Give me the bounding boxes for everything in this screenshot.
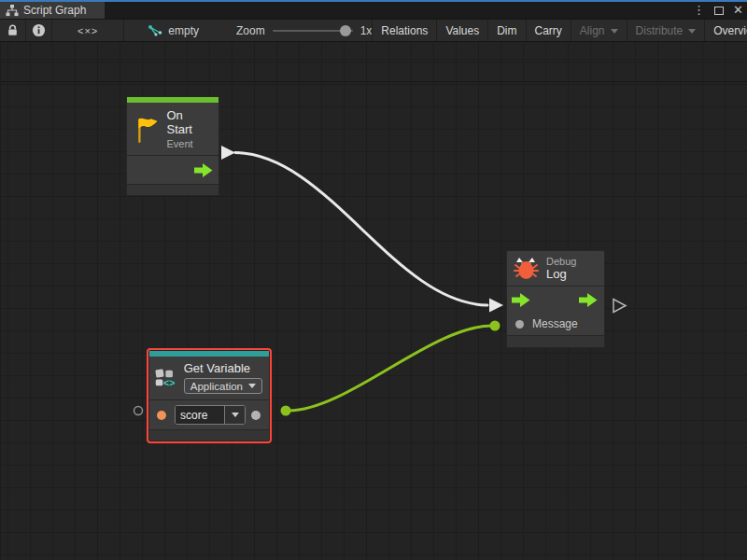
- name-input-port[interactable]: [157, 411, 166, 420]
- exec-output-arrow-icon[interactable]: [194, 163, 213, 177]
- variable-icon: <>: [155, 365, 176, 391]
- toolbar-middle: empty Zoom 1x: [124, 20, 372, 41]
- bug-icon: [514, 257, 539, 281]
- message-port-label: Message: [532, 317, 578, 330]
- node-title: On Start: [166, 108, 211, 136]
- node-title: Log: [546, 267, 576, 281]
- lock-button[interactable]: [0, 20, 26, 41]
- dim-button[interactable]: Dim: [488, 20, 526, 41]
- graph-toolbar: <×> empty Zoom 1x Relations Values Dim C…: [0, 19, 747, 42]
- info-button[interactable]: [26, 20, 52, 41]
- overview-button[interactable]: Overview: [705, 20, 747, 41]
- variable-name-dropdown-button[interactable]: [224, 406, 245, 424]
- align-button: Align: [571, 20, 627, 41]
- unconnected-input-circle[interactable]: [134, 407, 143, 415]
- value-wire[interactable]: [289, 326, 492, 411]
- zoom-control: Zoom 1x: [236, 24, 372, 37]
- value-wire-start-dot: [281, 406, 291, 416]
- message-input-port[interactable]: [515, 320, 524, 329]
- execution-wire[interactable]: [235, 153, 487, 306]
- window-menu-icon[interactable]: ⋮: [693, 2, 705, 19]
- tab-label: Script Graph: [23, 4, 86, 17]
- graph-canvas[interactable]: On Start Event Debug Log: [0, 42, 747, 560]
- distribute-button: Distribute: [627, 20, 706, 41]
- node-title: Get Variable: [184, 361, 262, 375]
- info-icon: [32, 23, 46, 37]
- window-controls: ⋮ ✕: [693, 2, 743, 19]
- maximize-icon[interactable]: [714, 7, 724, 15]
- wires-layer: [0, 42, 747, 560]
- node-header: <> Get Variable Application: [149, 357, 269, 399]
- zoom-value: 1x: [360, 24, 373, 37]
- unconnected-output-triangle[interactable]: [613, 300, 626, 313]
- svg-text:<>: <>: [163, 377, 175, 388]
- node-footer: [127, 184, 218, 195]
- window-titlebar: Script Graph ⋮ ✕: [0, 0, 747, 19]
- zoom-slider-handle[interactable]: [340, 25, 351, 36]
- message-port-row: Message: [507, 313, 604, 335]
- wire-arrowhead: [489, 299, 503, 313]
- zoom-slider[interactable]: [273, 30, 353, 32]
- node-footer: [149, 429, 269, 441]
- lock-icon: [6, 23, 20, 37]
- align-label: Align: [580, 24, 605, 37]
- node-get-variable[interactable]: <> Get Variable Application: [148, 350, 270, 441]
- graph-hierarchy-icon: [6, 5, 19, 17]
- chevron-down-icon: [688, 29, 696, 34]
- code-glyph: <×>: [61, 25, 115, 36]
- node-header: Debug Log: [507, 251, 604, 286]
- value-output-port[interactable]: [251, 411, 261, 420]
- carry-button[interactable]: Carry: [527, 20, 571, 41]
- flag-icon: [134, 115, 159, 144]
- wire-start-marker: [221, 146, 235, 160]
- variable-name-input[interactable]: [176, 406, 224, 424]
- focus-accent-line: [0, 0, 747, 2]
- variable-scope-dropdown[interactable]: Application: [184, 378, 262, 394]
- chevron-down-icon: [611, 29, 618, 34]
- node-debug-log[interactable]: Debug Log Message: [506, 250, 605, 348]
- exec-ports-row: [127, 156, 218, 184]
- values-button[interactable]: Values: [437, 20, 488, 41]
- node-category: Debug: [546, 256, 576, 267]
- graph-name-label: empty: [168, 24, 199, 37]
- exec-output-arrow-icon[interactable]: [579, 293, 598, 307]
- exec-input-arrow-icon[interactable]: [512, 293, 530, 307]
- toolbar-buttons: Relations Values Dim Carry Align Distrib…: [372, 20, 747, 41]
- code-view-button[interactable]: <×>: [52, 20, 124, 41]
- chevron-down-icon: [248, 384, 256, 388]
- node-on-start[interactable]: On Start Event: [126, 96, 219, 196]
- graph-nodes-icon: [148, 24, 162, 36]
- relations-button[interactable]: Relations: [373, 20, 437, 41]
- value-wire-end-dot: [490, 321, 500, 331]
- node-header: On Start Event: [127, 103, 218, 155]
- node-subtitle: Event: [166, 138, 211, 149]
- zoom-label: Zoom: [236, 24, 265, 37]
- distribute-label: Distribute: [636, 24, 684, 37]
- close-icon[interactable]: ✕: [733, 2, 743, 19]
- scope-label: Application: [190, 381, 243, 392]
- exec-ports-row: [507, 287, 604, 313]
- value-ports-row: [149, 400, 269, 429]
- graph-reference[interactable]: empty: [148, 24, 199, 37]
- variable-name-field: [175, 405, 246, 425]
- chevron-down-icon: [232, 413, 239, 417]
- tab-script-graph[interactable]: Script Graph: [0, 2, 105, 19]
- node-footer: [507, 335, 604, 347]
